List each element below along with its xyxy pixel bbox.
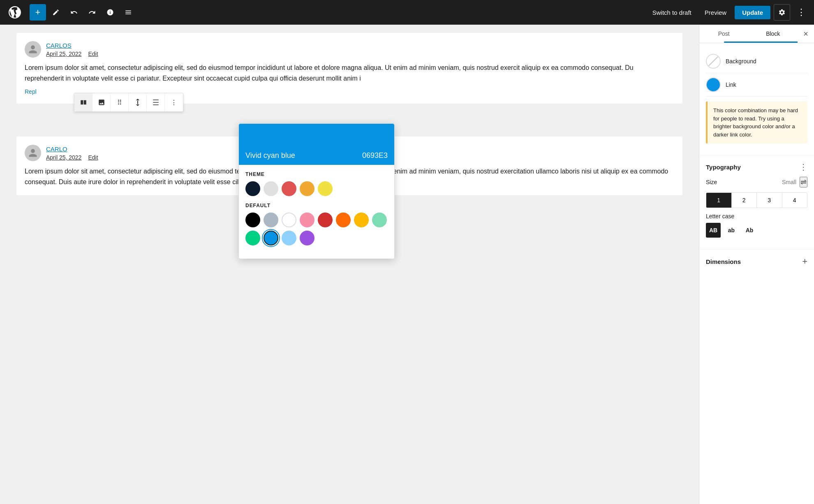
preview-button[interactable]: Preview [700, 7, 731, 18]
comment-edit-1[interactable]: Edit [88, 51, 98, 57]
swatch-green[interactable] [245, 231, 260, 245]
settings-button[interactable] [774, 4, 790, 21]
wp-logo[interactable] [5, 0, 25, 25]
block-tool-align[interactable] [147, 93, 165, 111]
swatch-light-green[interactable] [372, 213, 387, 227]
align-icon [152, 99, 160, 106]
letter-case-upper[interactable]: AB [706, 223, 721, 238]
comment-meta-1: CARLOS April 25, 2022 Edit [46, 42, 98, 57]
main-toolbar: + Switch to draft Preview Update ⋮ [0, 0, 814, 25]
size-btn-2[interactable]: 2 [732, 193, 757, 208]
color-picker-popup: Vivid cyan blue 0693E3 THEME DEFAULT [238, 123, 395, 259]
background-color-label: Background [726, 58, 756, 65]
edit-tool-button[interactable] [48, 4, 64, 21]
add-block-button[interactable]: + [30, 4, 46, 21]
wordpress-icon [7, 5, 22, 20]
tab-block[interactable]: Block [749, 25, 798, 43]
tab-post[interactable]: Post [699, 25, 749, 43]
size-value: Small [782, 179, 796, 185]
comment-text-1: Lorem ipsum dolor sit amet, consectetur … [25, 62, 674, 83]
redo-icon [88, 9, 96, 16]
comment-edit-2[interactable]: Edit [88, 154, 98, 161]
comment-author-2[interactable]: CARLO [46, 146, 98, 153]
size-btn-3[interactable]: 3 [757, 193, 782, 208]
color-sections: THEME DEFAULT [239, 165, 394, 259]
letter-case-capitalize[interactable]: Ab [742, 223, 757, 238]
comment-meta-2: CARLO April 25, 2022 Edit [46, 146, 98, 161]
letter-case-label: Letter case [706, 213, 807, 220]
swatch-vivid-red[interactable] [318, 213, 333, 227]
dimensions-add-button[interactable]: + [802, 256, 807, 267]
size-btn-1[interactable]: 1 [706, 193, 732, 208]
default-label: DEFAULT [245, 203, 388, 208]
link-color-label: Link [726, 81, 736, 88]
comment-header-1: CARLOS April 25, 2022 Edit [25, 41, 674, 58]
letter-case-row: Letter case AB ab Ab [706, 213, 807, 238]
comment-author-1[interactable]: CARLOS [46, 42, 98, 49]
typography-more-button[interactable]: ⋮ [799, 162, 807, 172]
size-slider-button[interactable]: ⇌ [800, 177, 807, 187]
swatch-light-blue[interactable] [282, 231, 296, 245]
theme-swatches [245, 181, 388, 196]
color-picker-name: Vivid cyan blue [245, 151, 295, 160]
size-buttons: 1 2 3 4 [706, 192, 807, 208]
update-button[interactable]: Update [735, 6, 770, 19]
info-icon [106, 9, 114, 16]
sidebar-tabs-inner: Post Block [699, 25, 798, 43]
block-tool-columns[interactable] [74, 93, 92, 111]
link-color-row: Link [706, 73, 807, 97]
undo-button[interactable] [66, 4, 82, 21]
color-warning-box: This color combination may be hard for p… [706, 102, 807, 143]
user-avatar-icon [28, 44, 38, 54]
dimensions-header: Dimensions + [706, 256, 807, 267]
pencil-icon [52, 9, 60, 16]
swatch-black[interactable] [245, 213, 260, 227]
letter-case-lower[interactable]: ab [724, 223, 739, 238]
swatch-orange[interactable] [300, 181, 314, 196]
swatch-gray[interactable] [264, 213, 278, 227]
size-label: Size [706, 179, 779, 185]
swatch-vivid-orange[interactable] [336, 213, 351, 227]
swatch-yellow-default[interactable] [354, 213, 369, 227]
swatch-purple[interactable] [300, 231, 314, 245]
main-layout: CARLOS April 25, 2022 Edit Lorem ipsum d… [0, 25, 814, 504]
size-row: Size Small ⇌ [706, 177, 807, 187]
block-tool-image[interactable] [92, 93, 111, 111]
list-view-button[interactable] [120, 4, 136, 21]
default-swatches-row1 [245, 213, 388, 245]
user-avatar-icon-2 [28, 148, 38, 158]
sidebar-content: Background Link This color combination m… [699, 43, 814, 155]
block-toolbar: ⠿ ⋮ [74, 93, 183, 112]
link-color-icon[interactable] [706, 77, 721, 92]
size-btn-4[interactable]: 4 [782, 193, 807, 208]
typography-header: Typography ⋮ [706, 162, 807, 172]
sidebar-close-button[interactable]: × [798, 25, 814, 42]
no-color-icon [709, 57, 717, 65]
info-button[interactable] [102, 4, 118, 21]
swatch-vivid-cyan-blue[interactable] [264, 231, 278, 245]
comment-date-edit-1: April 25, 2022 Edit [46, 51, 98, 57]
swatch-dark-blue[interactable] [245, 181, 260, 196]
editor-area: CARLOS April 25, 2022 Edit Lorem ipsum d… [0, 25, 699, 504]
block-tool-move[interactable]: ⠿ [111, 93, 129, 111]
swatch-white[interactable] [282, 213, 296, 227]
more-options-button[interactable]: ⋮ [793, 5, 809, 19]
theme-label: THEME [245, 171, 388, 177]
gear-icon [778, 9, 786, 16]
swatch-light-gray[interactable] [264, 181, 278, 196]
background-color-icon[interactable] [706, 54, 721, 69]
redo-button[interactable] [84, 4, 100, 21]
swatch-red[interactable] [282, 181, 296, 196]
block-tool-updown[interactable] [129, 93, 147, 111]
color-picker-hex: 0693E3 [362, 151, 388, 160]
swatch-pink[interactable] [300, 213, 314, 227]
svg-line-0 [710, 58, 717, 65]
comment-date-edit-2: April 25, 2022 Edit [46, 154, 98, 161]
block-tool-more[interactable]: ⋮ [165, 93, 183, 111]
switch-to-draft-button[interactable]: Switch to draft [648, 7, 696, 18]
reply-link-1[interactable]: Repl [25, 88, 37, 95]
background-color-row: Background [706, 50, 807, 73]
comment-date-1: April 25, 2022 [46, 51, 81, 57]
tab-active-indicator [749, 42, 798, 43]
swatch-yellow[interactable] [318, 181, 333, 196]
